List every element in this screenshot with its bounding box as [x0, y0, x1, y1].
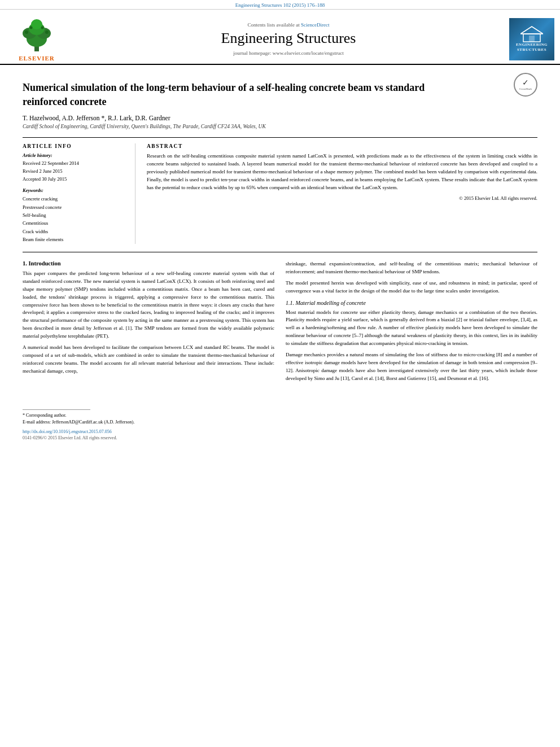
footnote-email: E-mail address: JeffersonAD@Cardiff.ac.u…	[23, 419, 274, 426]
crossmark-section: ✓ CrossMark	[514, 73, 537, 97]
crossmark-check-icon: ✓	[522, 79, 529, 87]
keyword-6: Beam finite elements	[23, 235, 129, 243]
keyword-2: Prestressed concrete	[23, 203, 129, 211]
subsection-heading: 1.1. Material modelling of concrete	[286, 300, 537, 306]
keyword-5: Crack widths	[23, 228, 129, 235]
main-col-left: 1. Introduction This paper compares the …	[23, 260, 274, 440]
badge-text: ENGINEERING STRUCTURES	[516, 42, 548, 53]
right-para-2: The model presented herein was developed…	[286, 279, 537, 295]
contents-line: Contents lists available at ScienceDirec…	[248, 22, 330, 28]
footnote-divider	[23, 409, 90, 410]
journal-reference: Engineering Structures 102 (2015) 176–18…	[235, 2, 325, 8]
article-title: Numerical simulation of the long-term be…	[23, 81, 463, 109]
intro-para-1: This paper compares the predicted long-t…	[23, 270, 274, 340]
intro-para-2: A numerical model has been developed to …	[23, 344, 274, 375]
svg-point-5	[31, 19, 42, 29]
svg-rect-12	[529, 36, 535, 42]
keyword-4: Cementitious	[23, 219, 129, 227]
svg-marker-11	[520, 27, 543, 34]
elsevier-logo-section: ELSEVIER	[0, 14, 73, 64]
affiliation: Cardiff School of Engineering, Cardiff U…	[23, 124, 537, 129]
doi-link[interactable]: http://dx.doi.org/10.1016/j.engstruct.20…	[23, 429, 274, 434]
footnote-section: * Corresponding author. E-mail address: …	[23, 409, 274, 440]
badge-icon	[520, 25, 543, 42]
main-col-right: shrinkage, thermal expansion/contraction…	[286, 260, 537, 440]
article-info-column: ARTICLE INFO Article history: Received 2…	[23, 143, 135, 243]
sciencedirect-link[interactable]: ScienceDirect	[301, 22, 329, 28]
journal-info-center: Contents lists available at ScienceDirec…	[73, 14, 504, 64]
elsevier-logo: ELSEVIER	[14, 16, 59, 62]
crossmark-badge: ✓ CrossMark	[514, 73, 537, 97]
main-content: 1. Introduction This paper compares the …	[23, 260, 537, 440]
authors-line: T. Hazelwood, A.D. Jefferson *, R.J. Lar…	[23, 115, 537, 121]
article-body: Numerical simulation of the long-term be…	[0, 65, 560, 446]
intro-heading: 1. Introduction	[23, 260, 274, 267]
abstract-text: Research on the self-healing cementitiou…	[147, 152, 537, 192]
footnote-corresponding: * Corresponding author.	[23, 412, 274, 419]
abstract-column: ABSTRACT Research on the self-healing ce…	[147, 143, 537, 243]
history-revised: Revised 2 June 2015	[23, 168, 129, 176]
crossmark-label: CrossMark	[519, 88, 532, 90]
title-row: Numerical simulation of the long-term be…	[23, 71, 537, 115]
article-info-heading: ARTICLE INFO	[23, 143, 129, 149]
history-label: Article history:	[23, 152, 129, 158]
subsection-para-1: Most material models for concrete use ei…	[286, 309, 537, 348]
elsevier-wordmark: ELSEVIER	[19, 55, 55, 62]
journal-badge-section: ENGINEERING STRUCTURES	[504, 14, 560, 64]
keyword-1: Concrete cracking	[23, 195, 129, 203]
svg-point-6	[25, 30, 28, 34]
history-received: Received 22 September 2014	[23, 160, 129, 168]
right-para-1: shrinkage, thermal expansion/contraction…	[286, 260, 537, 276]
copyright-text: © 2015 Elsevier Ltd. All rights reserved…	[147, 195, 537, 201]
abstract-heading: ABSTRACT	[147, 143, 537, 149]
svg-point-9	[41, 27, 44, 29]
history-accepted: Accepted 30 July 2015	[23, 176, 129, 184]
top-bar: Engineering Structures 102 (2015) 176–18…	[0, 0, 560, 10]
journal-title: Engineering Structures	[221, 30, 356, 47]
journal-homepage: journal homepage: www.elsevier.com/locat…	[233, 50, 343, 56]
engineering-structures-badge: ENGINEERING STRUCTURES	[509, 18, 554, 60]
section-divider	[23, 252, 537, 252]
info-abstract-section: ARTICLE INFO Article history: Received 2…	[23, 137, 537, 243]
keyword-3: Self-healing	[23, 211, 129, 219]
issn-text: 0141-0296/© 2015 Elsevier Ltd. All right…	[23, 435, 274, 440]
subsection-para-2: Damage mechanics provides a natural mean…	[286, 351, 537, 383]
svg-point-7	[45, 30, 49, 34]
journal-header: ELSEVIER Contents lists available at Sci…	[0, 10, 560, 65]
keywords-label: Keywords:	[23, 187, 129, 193]
elsevier-tree-icon	[14, 16, 59, 53]
svg-point-8	[30, 27, 33, 29]
